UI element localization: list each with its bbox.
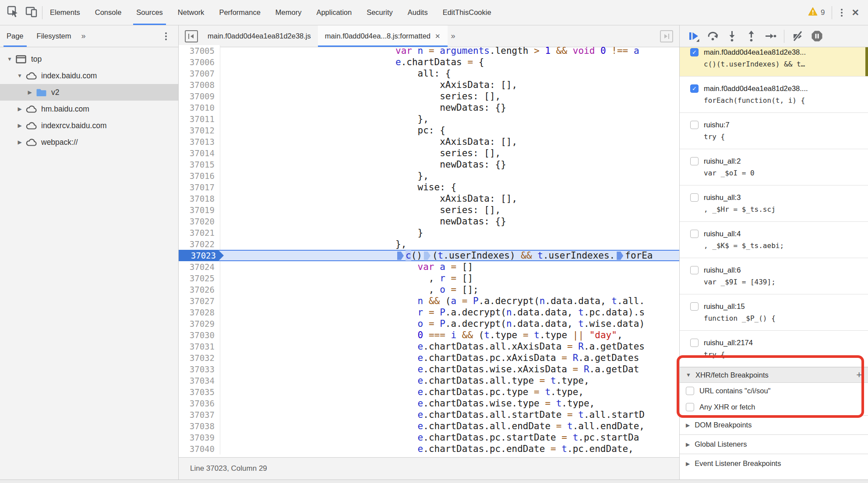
xhr-breakpoint-checkbox[interactable] (686, 387, 694, 395)
devtools-menu-icon[interactable] (839, 7, 844, 18)
tab-memory[interactable]: Memory (268, 0, 309, 25)
line-number[interactable]: 37007 (179, 68, 220, 79)
tab-sources[interactable]: Sources (129, 0, 170, 25)
breakpoint-checkbox[interactable]: ✓ (690, 84, 699, 93)
code-line[interactable]: 37030 0 === i && (t.type = t.type || "da… (179, 329, 679, 341)
breakpoint-checkbox[interactable] (690, 121, 699, 129)
code-line[interactable]: 37009 series: [], (179, 91, 679, 102)
code-line[interactable]: 37023c()(t.userIndexes) && t.userIndexes… (179, 250, 679, 261)
inline-breakpoint-marker-icon[interactable] (424, 252, 430, 260)
line-number[interactable]: 37027 (179, 295, 220, 307)
code-line[interactable]: 37015 newDatas: {} (179, 159, 679, 170)
inline-breakpoint-marker-icon[interactable] (397, 252, 404, 260)
tab-audits[interactable]: Audits (400, 0, 435, 25)
line-number[interactable]: 37031 (179, 341, 220, 352)
code-line[interactable]: 37013 xAxisData: [], (179, 136, 679, 147)
line-number[interactable]: 37035 (179, 386, 220, 398)
breakpoint-checkbox[interactable] (690, 157, 699, 165)
show-drawer-icon[interactable] (660, 30, 673, 42)
line-number[interactable]: 37016 (179, 170, 220, 182)
breakpoint-entry[interactable]: ruishu_all:3, _$Hr = $_ts.scj (680, 186, 868, 222)
code-line[interactable]: 37027 n && (a = P.a.decrypt(n.data.data,… (179, 295, 679, 307)
section-event-listener-breakpoints[interactable]: ▶Event Listener Breakpoints (680, 454, 868, 473)
code-line[interactable]: 37040 e.chartDatas.pc.endDate = t.pc.end… (179, 443, 679, 455)
line-number[interactable]: 37017 (179, 182, 220, 193)
step-out-button[interactable] (745, 30, 757, 42)
line-number[interactable]: 37014 (179, 147, 220, 159)
line-number[interactable]: 37012 (179, 125, 220, 136)
deactivate-breakpoints-button[interactable] (792, 30, 804, 42)
tab-performance[interactable]: Performance (212, 0, 268, 25)
line-number[interactable]: 37038 (179, 420, 220, 432)
resume-script-button[interactable] (688, 30, 699, 42)
step-into-button[interactable] (726, 30, 738, 42)
chevron-right-icon[interactable]: ▶ (16, 139, 23, 145)
breakpoint-checkbox[interactable]: ✓ (690, 48, 699, 56)
file-tab[interactable]: main.f0add0d4ea1ea81d2e38.js (201, 25, 318, 47)
tab-console[interactable]: Console (88, 0, 129, 25)
line-number[interactable]: 37011 (179, 113, 220, 125)
code-line[interactable]: 37016 }, (179, 170, 679, 182)
line-number[interactable]: 37032 (179, 352, 220, 364)
line-number[interactable]: 37015 (179, 159, 220, 170)
code-line[interactable]: 37029 o = P.a.decrypt(n.data.data, t.wis… (179, 318, 679, 329)
breakpoint-entry[interactable]: ✓main.f0add0d4ea1ea81d2e38....forEach(fu… (680, 77, 868, 113)
close-tab-icon[interactable]: ✕ (435, 32, 441, 40)
navigator-menu-icon[interactable] (163, 31, 169, 42)
breakpoint-entry[interactable]: ruishu_all:2var _$oI = 0 (680, 149, 868, 186)
chevron-right-icon[interactable]: ▶ (26, 89, 33, 95)
close-icon[interactable]: ✕ (851, 7, 859, 18)
line-number[interactable]: 37005 (179, 45, 220, 56)
code-line[interactable]: 37028 r = P.a.decrypt(n.data.data, t.pc.… (179, 307, 679, 318)
device-toolbar-icon[interactable] (25, 6, 38, 20)
tab-application[interactable]: Application (309, 0, 359, 25)
line-number[interactable]: 37029 (179, 318, 220, 329)
inspect-element-icon[interactable] (7, 6, 19, 20)
line-number[interactable]: 37030 (179, 329, 220, 341)
code-line[interactable]: 37008 xAxisData: [], (179, 79, 679, 91)
step-over-button[interactable] (707, 30, 719, 42)
code-line[interactable]: 37017 wise: { (179, 182, 679, 193)
code-line[interactable]: 37021 } (179, 227, 679, 238)
breakpoint-entry[interactable]: ruishu_all:6var _$9I = [439]; (680, 258, 868, 294)
section-dom-breakpoints[interactable]: ▶DOM Breakpoints (680, 415, 868, 434)
line-number[interactable]: 37018 (179, 193, 220, 204)
navigator-tab-page[interactable]: Page (0, 25, 30, 47)
code-line[interactable]: 37034 e.chartDatas.all.type = t.type, (179, 375, 679, 386)
xhr-breakpoint-item[interactable]: URL contains "c/i/sou" (680, 383, 868, 399)
line-number[interactable]: 37020 (179, 216, 220, 227)
line-number[interactable]: 37019 (179, 204, 220, 216)
console-warning-counter[interactable]: 9 (808, 7, 825, 18)
breakpoint-entry[interactable]: ruishu_all:15function _$P_() { (680, 294, 868, 331)
line-number[interactable]: 37006 (179, 56, 220, 68)
chevron-right-icon[interactable]: ▶ (16, 122, 23, 129)
line-number[interactable]: 37022 (179, 238, 220, 250)
pause-on-exceptions-button[interactable] (811, 30, 823, 42)
code-line[interactable]: 37024 var a = [] (179, 261, 679, 273)
code-line[interactable]: 37019 series: [], (179, 204, 679, 216)
code-line[interactable]: 37036 e.chartDatas.wise.type = t.type, (179, 398, 679, 409)
tab-elements[interactable]: Elements (42, 0, 88, 25)
chevron-down-icon[interactable]: ▼ (6, 56, 13, 62)
tab-editthiscookie[interactable]: EditThisCookie (435, 0, 499, 25)
xhr-breakpoints-header[interactable]: ▼ XHR/fetch Breakpoints + (680, 367, 868, 383)
hide-navigator-icon[interactable] (185, 30, 198, 42)
chevron-right-icon[interactable]: ▶ (16, 106, 23, 112)
breakpoint-checkbox[interactable] (690, 339, 699, 347)
tree-item-webpack-[interactable]: ▶webpack:// (0, 134, 178, 150)
line-number[interactable]: 37039 (179, 432, 220, 443)
inline-breakpoint-marker-icon[interactable] (617, 252, 623, 260)
tab-network[interactable]: Network (170, 0, 212, 25)
section-global-listeners[interactable]: ▶Global Listeners (680, 434, 868, 454)
code-line[interactable]: 37006e.chartDatas = { (179, 56, 679, 68)
code-line[interactable]: 37031 e.chartDatas.all.xAxisData = R.a.g… (179, 341, 679, 352)
breakpoint-checkbox[interactable] (690, 302, 699, 311)
tree-item-v2[interactable]: ▶v2 (0, 84, 178, 101)
tree-item-indexrcv-baidu-com[interactable]: ▶indexrcv.baidu.com (0, 117, 178, 134)
breakpoint-entry[interactable]: ruishu_all:2174try { (680, 331, 868, 367)
code-line[interactable]: 37010 newDatas: {} (179, 102, 679, 113)
chevron-down-icon[interactable]: ▼ (16, 73, 23, 79)
line-number[interactable]: 37037 (179, 409, 220, 420)
add-xhr-breakpoint-icon[interactable]: + (856, 369, 862, 381)
code-line[interactable]: 37038 e.chartDatas.all.endDate = t.all.e… (179, 420, 679, 432)
